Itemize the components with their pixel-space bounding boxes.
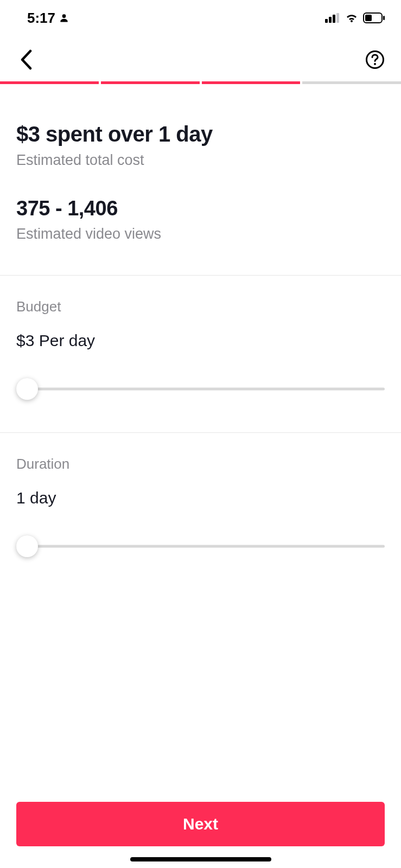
svg-rect-6: [365, 15, 372, 21]
svg-point-9: [374, 63, 376, 65]
cost-sublabel: Estimated total cost: [16, 152, 385, 169]
cost-title: $3 spent over 1 day: [16, 122, 385, 146]
budget-slider[interactable]: [16, 378, 385, 400]
progress-bar: [0, 81, 401, 84]
progress-segment: [101, 81, 200, 84]
home-indicator: [130, 857, 271, 861]
slider-thumb[interactable]: [16, 535, 38, 557]
battery-icon: [363, 12, 385, 23]
budget-label: Budget: [16, 298, 385, 315]
status-time: 5:17: [27, 10, 55, 27]
slider-track: [16, 545, 385, 548]
svg-rect-1: [325, 19, 328, 23]
views-sublabel: Estimated video views: [16, 226, 385, 242]
svg-rect-3: [333, 15, 335, 23]
cellular-icon: [325, 13, 340, 23]
next-button[interactable]: Next: [16, 802, 385, 846]
budget-section: Budget $3 Per day: [16, 276, 385, 432]
footer: Next: [16, 802, 385, 846]
content: $3 spent over 1 day Estimated total cost…: [0, 122, 401, 590]
status-right: [325, 12, 385, 23]
person-icon: [59, 12, 69, 23]
chevron-left-icon: [20, 49, 32, 70]
duration-value: 1 day: [16, 489, 385, 507]
progress-segment: [202, 81, 301, 84]
svg-rect-7: [383, 16, 385, 20]
budget-value: $3 Per day: [16, 331, 385, 350]
svg-rect-4: [336, 13, 339, 23]
svg-rect-2: [329, 17, 332, 23]
help-button[interactable]: [364, 49, 386, 71]
help-icon: [365, 50, 385, 69]
progress-segment: [0, 81, 99, 84]
back-button[interactable]: [15, 49, 37, 71]
duration-section: Duration 1 day: [16, 433, 385, 590]
svg-point-0: [62, 14, 66, 18]
summary-block: $3 spent over 1 day Estimated total cost…: [16, 122, 385, 242]
duration-label: Duration: [16, 456, 385, 473]
status-time-group: 5:17: [27, 10, 69, 27]
status-bar: 5:17: [0, 0, 401, 33]
wifi-icon: [345, 12, 359, 23]
slider-thumb[interactable]: [16, 378, 38, 400]
views-value: 375 - 1,406: [16, 197, 385, 220]
duration-slider[interactable]: [16, 535, 385, 557]
nav-bar: [0, 33, 401, 81]
slider-track: [16, 388, 385, 391]
progress-segment: [302, 81, 401, 84]
